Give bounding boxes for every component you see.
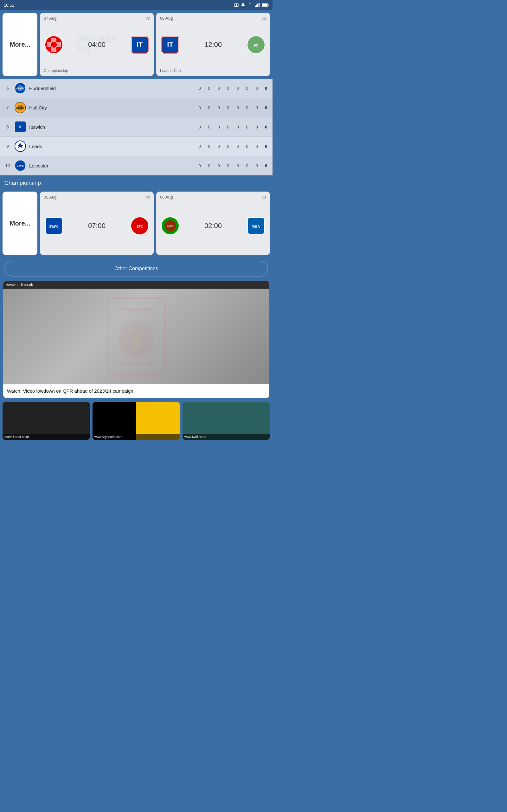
team-logo-ipswich: IT [14,120,26,133]
match-card-sheff-soton[interactable]: 05 Aug Vs SWFC 07:00 SFC [40,192,154,255]
match-body-2: IT 12:00 FC [160,23,266,66]
bottom-news-source-3: www.twtd.co.uk [182,434,270,440]
svg-rect-6 [259,3,260,7]
vs-label-3: Vs [145,195,150,200]
position: 7 [4,105,11,110]
match-body-4: BRFC 02:00 WBA [160,202,266,249]
away-team-logo-4: WBA [246,216,266,236]
svg-rect-3 [255,6,256,7]
news-image-watermark: IPSWICH TOWN 🐴 FOOTBALL CLUB [101,295,171,377]
match-card-blackburn-wba[interactable]: 06 Aug Vs BRFC 02:00 WBA [156,192,270,255]
more-card-championship[interactable]: More... [3,192,38,255]
more-label-champ: More... [10,220,30,227]
svg-text:BRFC: BRFC [167,225,174,228]
championship-section-header: Championship [0,175,273,189]
home-team-logo-3: SWFC [44,216,64,236]
match-card-ipswich-leaguecup[interactable]: 08 Aug Vs IT 12:00 FC [156,13,270,76]
svg-text:IPSWICH TOWN: IPSWICH TOWN [121,307,152,312]
svg-text:🐴: 🐴 [128,332,144,347]
news-section: www.eadt.co.uk IPSWICH TOWN 🐴 FOOTBALL C… [0,281,273,402]
match-body: 04:00 IT [44,23,150,66]
championship-title: Championship [4,180,41,186]
wifi-icon [247,3,253,7]
bottom-news-card-2[interactable]: www.skysports.com [93,402,180,440]
match-date-2: 08 Aug [160,16,173,20]
position: 9 [4,144,11,149]
status-bar: 10:51 [0,0,273,10]
team-name: Ipswich [29,124,197,130]
home-team-logo [44,35,64,55]
match-header: 07 Aug Vs [44,16,150,20]
svg-rect-9 [268,4,268,6]
vs-label-2: Vs [262,16,266,20]
svg-text:IT: IT [136,40,143,48]
bottom-news-card-3[interactable]: www.twtd.co.uk [182,402,270,440]
league-table: 6 HTAFC Huddersfield 0 0 0 0 0 0 0 0 7 [0,79,273,175]
svg-text:FOOTBALL CLUB: FOOTBALL CLUB [120,361,153,366]
table-row[interactable]: 8 IT Ipswich 0 0 0 0 0 0 0 0 [0,117,273,137]
match-competition-2: League Cup [160,68,266,73]
away-team-logo: IT [130,35,150,55]
more-label: More... [10,41,30,48]
match-competition: Championship [44,68,150,73]
battery-icon [262,3,269,7]
championship-matches: More... 05 Aug Vs SWFC 07:00 [0,189,273,258]
team-name: Hull City [29,105,197,110]
bottom-news-source-1: martini.eadt.co.uk [3,434,90,440]
stats: 0 0 0 0 0 0 0 0 [197,86,269,91]
status-icons [234,3,269,8]
svg-text:WBA: WBA [252,225,260,229]
table-row[interactable]: 9 Leeds 0 0 0 0 0 0 0 0 [0,137,273,156]
table-row[interactable]: 10 LCFC Leicester 0 0 0 0 0 0 0 0 [0,156,273,175]
main-news-card[interactable]: www.eadt.co.uk IPSWICH TOWN 🐴 FOOTBALL C… [3,281,269,398]
signal-icon [255,3,260,7]
away-team-logo-2: FC [246,35,266,55]
match-header-3: 05 Aug Vs [44,195,150,200]
position: 8 [4,124,11,130]
table-row[interactable]: 7 HCAFC Hull City 0 0 0 0 0 0 0 0 [0,98,273,117]
match-date-3: 05 Aug [44,195,57,200]
svg-rect-5 [257,3,258,7]
team-name: Leeds [29,144,197,149]
news-caption: Watch: Video lowdown on QPR ahead of 202… [3,384,269,398]
bottom-news-source-2: www.skysports.com [93,434,180,440]
news-source: www.eadt.co.uk [3,281,269,289]
vs-label: Vs [145,16,150,20]
match-cards-row: More... 07 Aug Vs SKY BETEFL 04: [3,13,270,76]
champ-match-cards-row: More... 05 Aug Vs SWFC 07:00 [3,192,270,255]
svg-text:HTAFC: HTAFC [15,87,25,90]
bottom-news-card-1[interactable]: martini.eadt.co.uk [3,402,90,440]
svg-rect-8 [262,4,267,6]
team-logo-leicester: LCFC [14,159,26,172]
stats: 0 0 0 0 0 0 0 0 [197,144,269,149]
stats: 0 0 0 0 0 0 0 0 [197,125,269,130]
svg-point-1 [236,4,237,6]
svg-text:IT: IT [167,40,173,48]
match-time-4: 02:00 [205,222,222,230]
match-header-2: 08 Aug Vs [160,16,266,20]
notification-icon [241,3,245,8]
more-card-league-cup[interactable]: More... [3,13,38,76]
time: 10:51 [4,3,14,8]
svg-text:SWFC: SWFC [49,225,58,229]
match-time-3: 07:00 [88,222,106,230]
table-row[interactable]: 6 HTAFC Huddersfield 0 0 0 0 0 0 0 0 [0,79,273,98]
bottom-news-row: martini.eadt.co.uk www.skysports.com www… [0,402,273,443]
svg-point-2 [250,6,250,7]
svg-text:HCAFC: HCAFC [16,107,24,109]
match-time-2: 12:00 [205,41,222,49]
vs-label-4: Vs [262,195,266,200]
svg-text:LCFC: LCFC [17,165,24,167]
team-logo-leeds [14,140,26,153]
away-team-logo-3: SFC [130,216,150,236]
match-card-sunderland-ipswich[interactable]: 07 Aug Vs SKY BETEFL 04:00 [40,13,154,76]
team-logo-huddersfield: HTAFC [14,82,26,95]
match-header-4: 06 Aug Vs [160,195,266,200]
other-competitions-button[interactable]: Other Competitions [4,261,268,276]
svg-text:FC: FC [254,44,258,47]
other-competitions-section: Other Competitions [0,258,273,281]
stats: 0 0 0 0 0 0 0 0 [197,163,269,168]
league-cup-section: More... 07 Aug Vs SKY BETEFL 04: [0,10,273,79]
svg-text:IT: IT [19,125,22,129]
svg-text:SFC: SFC [136,225,143,229]
